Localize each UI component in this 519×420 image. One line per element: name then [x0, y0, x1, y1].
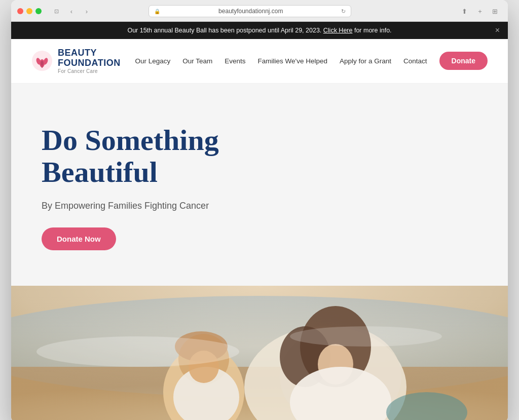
nav-events[interactable]: Events	[225, 57, 245, 65]
nav-our-team[interactable]: Our Team	[182, 57, 212, 65]
nav-contact[interactable]: Contact	[403, 57, 427, 65]
hero-image-section	[11, 286, 508, 420]
browser-chrome: ⊡ ‹ › 🔒 beautyfoundationnj.com ↻ ⬆ + ⊞	[11, 0, 508, 22]
website-content: Our 15th annual Beauty Ball has been pos…	[11, 22, 508, 420]
logo-icon	[31, 50, 53, 71]
announcement-close-button[interactable]: ×	[495, 26, 500, 35]
nav-families[interactable]: Families We've Helped	[258, 57, 327, 65]
tab-overview-icon[interactable]: ⊞	[489, 6, 502, 17]
new-tab-icon[interactable]: +	[473, 6, 487, 17]
logo-subtitle: For Cancer Care	[58, 68, 121, 74]
nav-apply-grant[interactable]: Apply for a Grant	[340, 57, 391, 65]
nav-our-legacy[interactable]: Our Legacy	[135, 57, 170, 65]
window-layout-icon: ⊡	[50, 6, 63, 17]
svg-point-22	[290, 326, 442, 347]
logo-title: BEAUTYFOUNDATION	[58, 48, 121, 68]
logo-text: BEAUTYFOUNDATION For Cancer Care	[58, 48, 121, 74]
hero-photo	[11, 286, 508, 420]
announcement-text: Our 15th annual Beauty Ball has been pos…	[127, 27, 391, 34]
browser-action-buttons: ⬆ + ⊞	[458, 6, 502, 17]
svg-point-5	[41, 61, 44, 66]
share-icon[interactable]: ⬆	[458, 6, 471, 17]
hero-section: Do Something Beautiful By Empowering Fam…	[11, 84, 508, 286]
security-icon: 🔒	[154, 9, 160, 14]
reload-icon[interactable]: ↻	[341, 8, 346, 15]
svg-point-21	[36, 336, 239, 367]
fullscreen-button[interactable]	[35, 8, 42, 14]
url-text: beautyfoundationnj.com	[163, 8, 338, 15]
close-button[interactable]	[17, 8, 23, 14]
site-header: BEAUTYFOUNDATION For Cancer Care Our Leg…	[11, 39, 508, 84]
address-bar[interactable]: 🔒 beautyfoundationnj.com ↻	[149, 5, 351, 17]
minimize-button[interactable]	[26, 8, 32, 14]
announcement-bar: Our 15th annual Beauty Ball has been pos…	[11, 22, 508, 39]
hero-title: Do Something Beautiful	[42, 124, 305, 189]
browser-window: ⊡ ‹ › 🔒 beautyfoundationnj.com ↻ ⬆ + ⊞ O…	[11, 0, 508, 420]
traffic-lights	[17, 8, 42, 14]
hero-donate-now-button[interactable]: Donate Now	[42, 227, 116, 250]
forward-button[interactable]: ›	[80, 6, 93, 17]
hero-subtitle: By Empowering Families Fighting Cancer	[42, 201, 477, 211]
header-donate-button[interactable]: Donate	[439, 52, 488, 70]
logo-area[interactable]: BEAUTYFOUNDATION For Cancer Care	[31, 48, 121, 74]
back-button[interactable]: ‹	[65, 6, 78, 17]
announcement-link[interactable]: Click Here	[323, 27, 353, 34]
main-navigation: Our Legacy Our Team Events Families We'v…	[135, 52, 488, 70]
browser-navigation: ⊡ ‹ ›	[50, 6, 93, 17]
